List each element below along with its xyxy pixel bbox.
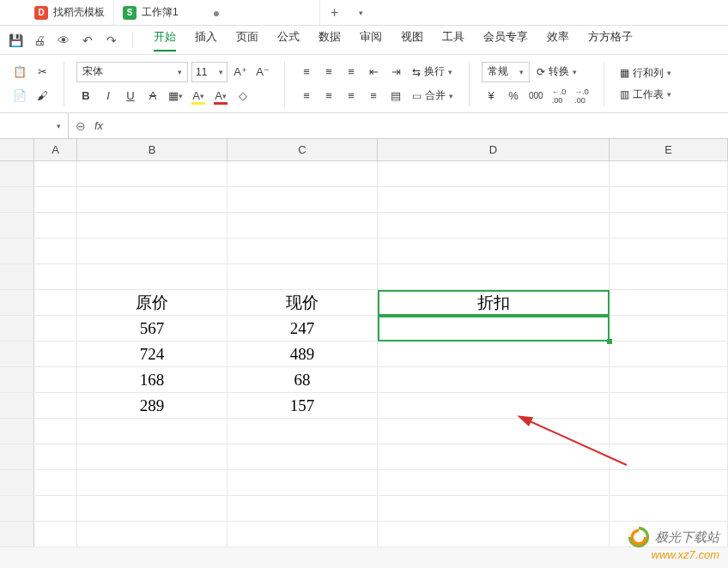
cell-C1[interactable]	[228, 161, 378, 186]
cell-B8[interactable]: 724	[77, 341, 228, 366]
copy-icon[interactable]: 📄	[10, 86, 29, 106]
cell-E13[interactable]	[610, 470, 728, 495]
format-painter-icon[interactable]: 🖌	[33, 86, 52, 106]
row-header[interactable]	[0, 419, 34, 444]
tab-add-button[interactable]: +	[320, 5, 349, 21]
menu-square[interactable]: 方方格子	[588, 29, 633, 51]
merge-cells-button[interactable]: ▭合并▾	[409, 87, 457, 105]
row-col-button[interactable]: ▦行和列▾	[616, 64, 675, 82]
decimal-decrease-button[interactable]: →.0.00	[572, 86, 592, 106]
menu-start[interactable]: 开始	[154, 29, 176, 51]
cell-A6[interactable]	[34, 290, 77, 315]
cell-D12[interactable]	[378, 444, 610, 469]
wrap-text-button[interactable]: ⇆换行▾	[409, 63, 456, 81]
fill-color-button[interactable]: A▾	[189, 86, 208, 106]
row-header[interactable]	[0, 341, 34, 366]
cell-B5[interactable]	[77, 264, 228, 289]
cell-E14[interactable]	[610, 496, 728, 521]
cell-C3[interactable]	[228, 213, 378, 238]
cell-D4[interactable]	[378, 239, 610, 263]
cell-A7[interactable]	[34, 316, 77, 341]
distribute-icon[interactable]: ▤	[386, 86, 405, 106]
row-header[interactable]	[0, 161, 34, 186]
cell-E6[interactable]	[610, 290, 728, 315]
cell-C6[interactable]: 现价	[228, 290, 378, 315]
font-color-button[interactable]: A▾	[211, 86, 230, 106]
menu-view[interactable]: 视图	[401, 29, 423, 51]
cell-A2[interactable]	[34, 187, 77, 212]
cell-B6[interactable]: 原价	[77, 290, 228, 315]
cell-A4[interactable]	[34, 239, 77, 263]
cell-A1[interactable]	[34, 161, 77, 186]
align-center-icon[interactable]: ≡	[319, 86, 338, 106]
align-bottom-icon[interactable]: ≡	[342, 62, 361, 82]
cell-E2[interactable]	[610, 187, 728, 212]
cell-B9[interactable]: 168	[77, 367, 228, 392]
cell-C15[interactable]	[228, 522, 378, 547]
undo-icon[interactable]: ↶	[79, 32, 96, 49]
cell-B10[interactable]: 289	[77, 393, 228, 418]
col-header-C[interactable]: C	[228, 139, 378, 160]
cell-B4[interactable]	[77, 239, 228, 263]
cell-A13[interactable]	[34, 470, 77, 495]
cell-D1[interactable]	[378, 161, 610, 186]
menu-efficiency[interactable]: 效率	[547, 29, 569, 51]
cell-E8[interactable]	[610, 341, 728, 366]
cell-C12[interactable]	[228, 444, 378, 469]
cell-D3[interactable]	[378, 213, 610, 238]
preview-icon[interactable]: 👁	[55, 32, 72, 49]
justify-icon[interactable]: ≡	[364, 86, 383, 106]
cell-E9[interactable]	[610, 367, 728, 392]
cell-D8[interactable]	[378, 341, 610, 366]
print-icon[interactable]: 🖨	[31, 32, 48, 49]
cell-D9[interactable]	[378, 367, 610, 392]
tab-template[interactable]: D 找稻壳模板	[0, 0, 114, 25]
thousands-button[interactable]: 000	[526, 86, 546, 106]
cell-C8[interactable]: 489	[228, 341, 378, 366]
align-left-icon[interactable]: ≡	[297, 86, 316, 106]
tab-list-button[interactable]: ▾	[349, 9, 373, 17]
row-header[interactable]	[0, 187, 34, 212]
redo-icon[interactable]: ↷	[103, 32, 120, 49]
row-header[interactable]	[0, 367, 34, 392]
row-header[interactable]	[0, 264, 34, 289]
col-header-B[interactable]: B	[77, 139, 228, 160]
border-button[interactable]: ▦▾	[166, 86, 185, 106]
fx-label[interactable]: fx	[94, 119, 103, 132]
cell-E3[interactable]	[610, 213, 728, 238]
tab-workbook[interactable]: S 工作簿1 ●	[114, 0, 320, 25]
menu-insert[interactable]: 插入	[195, 29, 217, 51]
menu-page[interactable]: 页面	[236, 29, 258, 51]
cell-B3[interactable]	[77, 213, 228, 238]
cell-E5[interactable]	[610, 264, 728, 289]
cell-C5[interactable]	[228, 264, 378, 289]
worksheet-button[interactable]: ▥工作表▾	[616, 86, 675, 104]
save-icon[interactable]: 💾	[7, 32, 24, 49]
cell-C10[interactable]: 157	[228, 393, 378, 418]
cell-D7[interactable]	[378, 316, 610, 341]
cut-icon[interactable]: ✂	[33, 62, 52, 82]
cell-C2[interactable]	[228, 187, 378, 212]
cell-B2[interactable]	[77, 187, 228, 212]
font-size-select[interactable]: 11 ▾	[191, 62, 228, 82]
col-header-E[interactable]: E	[610, 139, 728, 160]
cell-B13[interactable]	[77, 470, 228, 495]
bold-button[interactable]: B	[76, 86, 95, 106]
row-header[interactable]	[0, 522, 34, 547]
cell-D2[interactable]	[378, 187, 610, 212]
cell-A9[interactable]	[34, 367, 77, 392]
cell-C11[interactable]	[228, 419, 378, 444]
align-right-icon[interactable]: ≡	[342, 86, 361, 106]
cell-C4[interactable]	[228, 239, 378, 263]
cell-C7[interactable]: 247	[228, 316, 378, 341]
cell-A11[interactable]	[34, 419, 77, 444]
cell-A3[interactable]	[34, 213, 77, 238]
align-middle-icon[interactable]: ≡	[319, 62, 338, 82]
indent-increase-icon[interactable]: ⇥	[386, 62, 405, 82]
italic-button[interactable]: I	[99, 86, 118, 106]
cell-C13[interactable]	[228, 470, 378, 495]
cell-E1[interactable]	[610, 161, 728, 186]
strikethrough-button[interactable]: A	[143, 86, 162, 106]
cell-E4[interactable]	[610, 239, 728, 263]
cell-A10[interactable]	[34, 393, 77, 418]
